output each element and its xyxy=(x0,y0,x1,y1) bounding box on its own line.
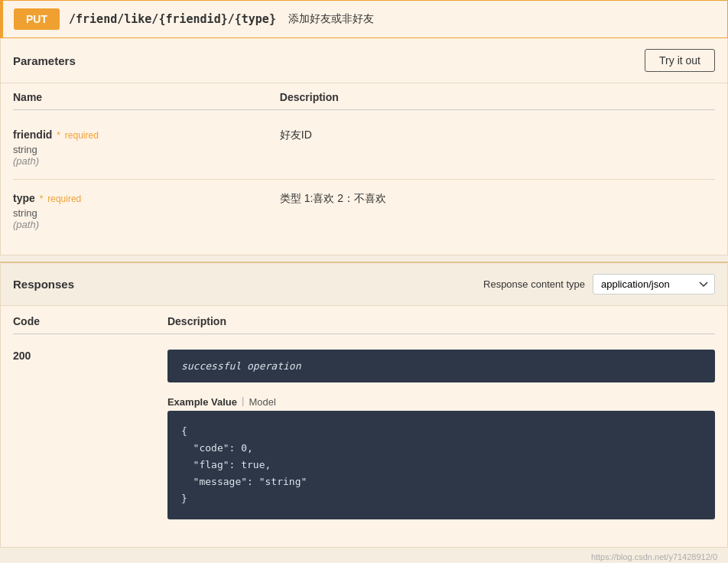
response-code-col: 200 xyxy=(13,350,167,519)
response-description-text: successful operation xyxy=(181,360,301,372)
responses-body: Code Description 200 successful operatio… xyxy=(1,306,727,547)
param-desc-col-type: 类型 1:喜欢 2：不喜欢 xyxy=(280,192,715,230)
example-tabs: Example Value | Model xyxy=(167,395,715,409)
endpoint-path: /friend/like/{friendid}/{type} xyxy=(69,12,276,26)
content-type-label: Response content type xyxy=(483,278,585,290)
response-code-200: 200 xyxy=(13,350,31,362)
responses-table-header: Code Description xyxy=(13,306,715,334)
example-code-box: { "code": 0, "flag": true, "message": "s… xyxy=(167,411,715,519)
param-type-type: string xyxy=(13,207,280,219)
param-desc-col: 好友ID xyxy=(280,129,715,167)
params-table-header: Name Description xyxy=(13,83,715,110)
param-name-friendid: friendid * required xyxy=(13,129,280,141)
param-name-type: type * required xyxy=(13,192,280,204)
param-location-friendid: (path) xyxy=(13,155,280,167)
watermark: https://blog.csdn.net/y71428912/0 xyxy=(0,548,728,563)
response-desc-col: successful operation Example Value | Mod… xyxy=(167,350,715,519)
response-description-box: successful operation xyxy=(167,350,715,382)
endpoint-header: PUT /friend/like/{friendid}/{type} 添加好友或… xyxy=(0,0,728,38)
example-value-section: Example Value | Model { "code": 0, "flag… xyxy=(167,395,715,519)
response-row-200: 200 successful operation Example Value |… xyxy=(13,337,715,532)
example-value-tab[interactable]: Example Value xyxy=(167,395,237,409)
resp-description-column-header: Description xyxy=(167,315,715,327)
responses-section: Responses Response content type applicat… xyxy=(0,262,728,548)
param-row: type * required string (path) 类型 1:喜欢 2：… xyxy=(13,180,715,242)
name-column-header: Name xyxy=(13,91,280,103)
content-type-container: Response content type application/json xyxy=(483,274,715,295)
param-description-friendid: 好友ID xyxy=(280,129,312,141)
example-json: { "code": 0, "flag": true, "message": "s… xyxy=(181,423,701,507)
param-location-type: (path) xyxy=(13,219,280,230)
param-description-type: 类型 1:喜欢 2：不喜欢 xyxy=(280,192,386,204)
code-column-header: Code xyxy=(13,315,167,327)
parameters-title: Parameters xyxy=(13,54,76,67)
param-row: friendid * required string (path) 好友ID xyxy=(13,116,715,180)
try-it-out-button[interactable]: Try it out xyxy=(645,49,715,72)
tab-separator: | xyxy=(242,395,244,409)
param-name-col-type: type * required string (path) xyxy=(13,192,280,230)
content-type-select[interactable]: application/json xyxy=(593,274,715,295)
description-column-header: Description xyxy=(280,91,715,103)
param-type-friendid: string xyxy=(13,144,280,155)
model-tab[interactable]: Model xyxy=(249,395,275,409)
method-badge: PUT xyxy=(14,8,60,30)
params-table: Name Description friendid * required str… xyxy=(1,83,727,255)
param-name-col: friendid * required string (path) xyxy=(13,129,280,167)
parameters-header: Parameters Try it out xyxy=(1,38,727,83)
responses-title: Responses xyxy=(13,278,74,291)
parameters-section: Parameters Try it out Name Description f… xyxy=(0,38,728,255)
endpoint-summary: 添加好友或非好友 xyxy=(288,12,374,26)
responses-header: Responses Response content type applicat… xyxy=(1,263,727,306)
